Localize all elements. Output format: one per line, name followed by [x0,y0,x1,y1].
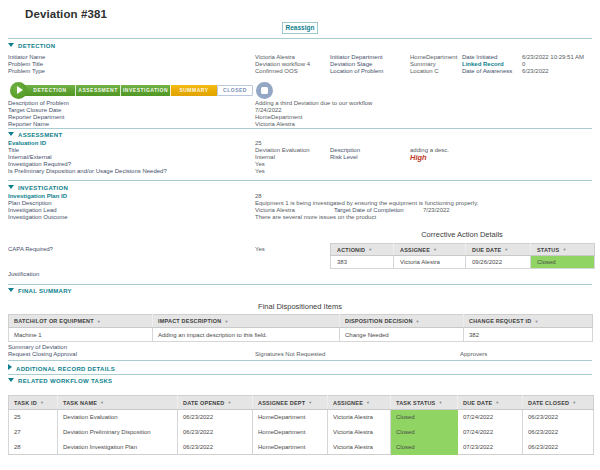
column-header-label: DUE DATE [472,247,501,253]
field-row: Description of Problem Adding a third De… [8,100,592,107]
column-header[interactable]: TASK STATUS▼ [391,396,458,410]
workflow-stage-detection: DETECTION [25,85,75,96]
final-dispositioned-items-title: Final Dispositioned Items [8,302,592,311]
field-value: 7/23/2022 [423,207,450,214]
field-value: Victoria Alestra [255,121,295,128]
workflow-stage-summary: SUMMARY [170,85,217,96]
column-header[interactable]: CHANGE REQUEST ID▼ [464,315,593,328]
column-header[interactable]: DISPOSITION DECISION▼ [340,315,464,328]
investigation-plan-id-link[interactable]: Investigation Plan ID [8,193,255,200]
column-header-label: ASSIGNEE [400,247,430,253]
column-header[interactable]: BATCH/LOT OR EQUIPMENT▼ [9,315,153,328]
column-header-label: IMPACT DESCRIPTION [158,318,221,324]
workflow-stage-assessment: ASSESSMENT [75,85,120,96]
table-body: BATCH/LOT OR EQUIPMENT▼ IMPACT DESCRIPTI… [9,315,593,342]
field-value: Deviation Evaluation [255,147,330,154]
field-value: 7/24/2022 [255,107,282,114]
field-row: Investigation Lead Victoria Alestra Targ… [8,207,592,214]
sort-icon: ▼ [40,400,44,405]
field-label: Internal/External [8,154,255,161]
field-label: Description of Problem [8,100,255,107]
field-value: Equipment 1 is being investigated by ens… [255,200,478,207]
justification-row: Justification [8,271,592,278]
sort-icon: ▼ [308,400,312,405]
sort-icon: ▼ [495,400,499,405]
table-cell: 09/26/2022 [466,256,531,269]
status-badge: Closed [391,425,458,440]
table-cell: 06/23/2022 [523,410,594,425]
table-cell: Deviation Investigation Plan [58,440,178,455]
column-header[interactable]: DUE DATE▼ [458,396,523,410]
field-value: There are several more issues on the pro… [255,214,376,221]
sort-icon: ▼ [366,400,370,405]
section-header-assessment[interactable]: ASSESSMENT [8,132,62,138]
final-dispositioned-items-table: BATCH/LOT OR EQUIPMENT▼ IMPACT DESCRIPTI… [8,314,593,342]
field-value: 0 [522,61,525,68]
divider [8,374,592,375]
column-header-label: ASSIGNEE [333,400,363,406]
linked-record-link[interactable]: Linked Record [462,61,522,68]
field-value: HomeDepartment [410,54,462,61]
sort-icon: ▼ [438,400,442,405]
workflow-stage-investigation: INVESTIGATION [120,85,170,96]
sort-icon: ▼ [368,247,372,252]
field-label: Initiator Name [8,54,255,61]
field-value: Internal [255,154,330,161]
field-label: Target Date of Completion [334,207,423,214]
table-cell: HomeDepartment [253,425,328,440]
field-label: Date Initiated [462,54,522,61]
section-header-related-workflow-tasks[interactable]: RELATED WORKFLOW TASKS [8,378,112,384]
action-id-link[interactable]: 383 [331,256,394,269]
field-row: Investigation Outcome There are several … [8,214,592,221]
field-label: Title [8,147,255,154]
column-header[interactable]: ACTIONID▼ [331,244,394,256]
collapse-icon [8,43,14,47]
play-triangle-shape [17,86,23,94]
column-header-label: ACTIONID [337,247,365,253]
column-header[interactable]: TASK ID▼ [9,396,58,410]
field-label: Is Preliminary Disposition and/or Usage … [8,168,255,175]
section-title-label: INVESTIGATION [18,185,68,191]
task-id-link[interactable]: 28 [9,440,58,455]
sort-icon: ▼ [228,400,232,405]
divider [8,38,592,39]
column-header-label: STATUS [537,247,559,253]
field-value: 28 [255,193,262,200]
column-header[interactable]: ASSIGNEE▼ [394,244,466,256]
column-header[interactable]: DATE CLOSED▼ [523,396,594,410]
column-header-label: TASK STATUS [396,400,435,406]
evaluation-id-link[interactable]: Evaluation ID [8,140,255,147]
table-cell: Victoria Alestra [394,256,466,269]
column-header[interactable]: STATUS▼ [531,244,595,256]
column-header[interactable]: ASSIGNEE▼ [328,396,391,410]
change-request-id-link[interactable]: 382 [464,328,593,342]
field-row: Target Closure Date 7/24/2022 [8,107,592,114]
section-header-investigation[interactable]: INVESTIGATION [8,185,68,191]
table-cell: 07/24/2022 [458,410,523,425]
section-header-detection[interactable]: DETECTION [8,43,55,49]
column-header[interactable]: DUE DATE▼ [466,244,531,256]
table-cell: HomeDepartment [253,440,328,455]
column-header[interactable]: DATE OPENED▼ [178,396,253,410]
reassign-button[interactable]: Reassign [282,22,319,34]
column-header-label: DISPOSITION DECISION [345,318,413,324]
section-title-label: ASSESSMENT [18,132,62,138]
task-id-link[interactable]: 27 [9,425,58,440]
column-header[interactable]: IMPACT DESCRIPTION▼ [153,315,340,328]
column-header[interactable]: ASSIGNEE DEPT▼ [253,396,328,410]
section-header-additional-record-details[interactable]: ADDITIONAL RECORD DETAILS [8,364,115,372]
play-icon [10,82,27,99]
field-label: Initiator Department [330,54,410,61]
section-header-final-summary[interactable]: FINAL SUMMARY [8,288,72,294]
divider [8,284,592,285]
sort-icon: ▼ [534,319,538,324]
task-id-link[interactable]: 25 [9,410,58,425]
table-cell: Victoria Alestra [328,425,391,440]
field-row: Problem Title Deviation workflow 4 Devia… [8,61,592,68]
field-label: Location of Problem [330,68,410,75]
field-label: CAPA Required? [8,246,255,253]
section-title-label: ADDITIONAL RECORD DETAILS [16,366,115,372]
deviation-record-page: Deviation #381 Reassign DETECTION Initia… [0,0,600,470]
column-header[interactable]: TASK NAME▼ [58,396,178,410]
status-badge: Closed [531,256,595,269]
